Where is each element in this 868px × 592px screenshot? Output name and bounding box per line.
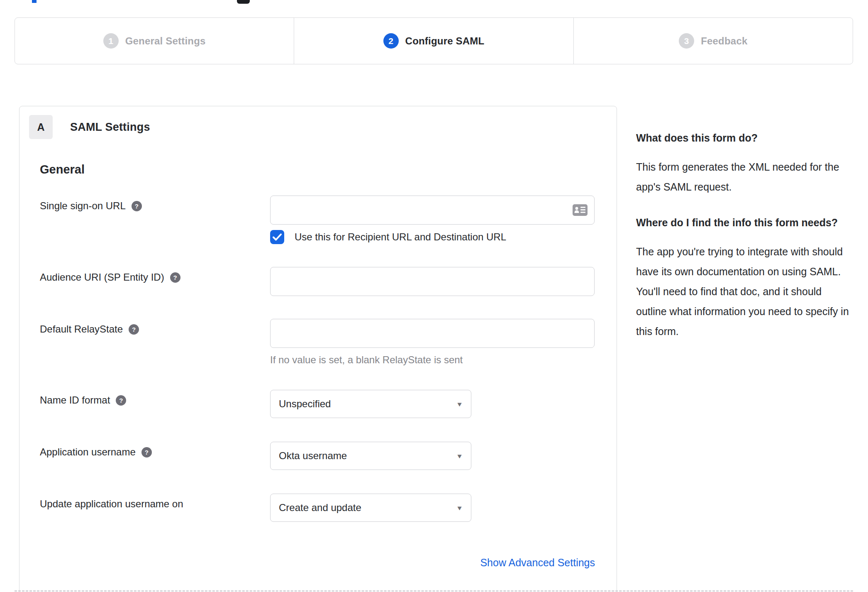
audience-uri-help-icon[interactable]: ? bbox=[170, 272, 180, 283]
name-id-format-select[interactable]: Unspecified ▼ bbox=[270, 390, 471, 418]
relay-state-input[interactable] bbox=[270, 319, 595, 348]
application-username-select[interactable]: Okta username ▼ bbox=[270, 442, 471, 470]
update-username-row: Update application username on Create an… bbox=[40, 494, 617, 522]
sidebar-body-where: The app you're trying to integrate with … bbox=[636, 242, 851, 341]
sso-url-label: Single sign-on URL bbox=[40, 200, 126, 212]
chevron-down-icon: ▼ bbox=[456, 504, 463, 511]
step-2-number-badge: 2 bbox=[383, 33, 399, 49]
advanced-settings-row: Show Advanced Settings bbox=[20, 557, 617, 569]
relay-state-help-icon[interactable]: ? bbox=[129, 324, 139, 335]
recipient-url-checkbox-row: Use this for Recipient URL and Destinati… bbox=[270, 230, 595, 244]
check-icon bbox=[273, 233, 282, 241]
contact-card-icon[interactable] bbox=[573, 204, 588, 218]
step-3-number-badge: 3 bbox=[679, 33, 694, 49]
step-3-label: Feedback bbox=[701, 35, 747, 47]
audience-uri-input[interactable] bbox=[270, 267, 595, 296]
recipient-url-checkbox-label: Use this for Recipient URL and Destinati… bbox=[295, 231, 506, 243]
step-1-number-badge: 1 bbox=[103, 33, 119, 49]
show-advanced-settings-link[interactable]: Show Advanced Settings bbox=[480, 557, 595, 568]
cropped-header-black-icon bbox=[237, 0, 250, 4]
application-username-row: Application username ? Okta username ▼ bbox=[40, 442, 617, 470]
saml-settings-panel: A SAML Settings General Single sign-on U… bbox=[19, 106, 617, 592]
name-id-format-row: Name ID format ? Unspecified ▼ bbox=[40, 390, 617, 418]
application-username-value: Okta username bbox=[279, 450, 347, 462]
recipient-url-checkbox[interactable] bbox=[270, 230, 284, 244]
relay-state-hint: If no value is set, a blank RelayState i… bbox=[270, 354, 595, 366]
step-configure-saml[interactable]: 2 Configure SAML bbox=[294, 18, 573, 64]
panel-header: A SAML Settings bbox=[29, 115, 617, 139]
step-1-label: General Settings bbox=[125, 35, 206, 47]
sidebar-body-what: This form generates the XML needed for t… bbox=[636, 157, 851, 197]
step-general-settings[interactable]: 1 General Settings bbox=[15, 18, 294, 64]
name-id-format-help-icon[interactable]: ? bbox=[116, 395, 126, 406]
help-sidebar: What does this form do? This form genera… bbox=[636, 106, 851, 358]
name-id-format-label: Name ID format bbox=[40, 394, 110, 406]
name-id-format-value: Unspecified bbox=[279, 398, 331, 410]
sidebar-heading-where: Where do I find the info this form needs… bbox=[636, 213, 851, 232]
chevron-down-icon: ▼ bbox=[456, 401, 463, 408]
audience-uri-label: Audience URI (SP Entity ID) bbox=[40, 271, 164, 284]
sso-url-help-icon[interactable]: ? bbox=[132, 201, 142, 211]
sidebar-heading-what: What does this form do? bbox=[636, 129, 851, 147]
application-username-help-icon[interactable]: ? bbox=[141, 447, 152, 457]
sso-url-input[interactable] bbox=[270, 196, 595, 225]
relay-state-row: Default RelayState ? If no value is set,… bbox=[40, 319, 617, 366]
section-a-badge: A bbox=[29, 115, 53, 139]
wizard-stepper: 1 General Settings 2 Configure SAML 3 Fe… bbox=[15, 17, 853, 64]
update-username-select[interactable]: Create and update ▼ bbox=[270, 494, 471, 522]
audience-uri-row: Audience URI (SP Entity ID) ? bbox=[40, 267, 617, 296]
update-username-label: Update application username on bbox=[40, 498, 183, 510]
update-username-value: Create and update bbox=[279, 502, 361, 514]
cropped-bottom-divider bbox=[15, 590, 853, 592]
chevron-down-icon: ▼ bbox=[456, 453, 463, 460]
step-2-label: Configure SAML bbox=[405, 35, 485, 47]
general-section-heading: General bbox=[40, 163, 617, 176]
step-feedback[interactable]: 3 Feedback bbox=[573, 18, 853, 64]
cropped-header-blue-icon bbox=[32, 0, 37, 3]
sso-url-row: Single sign-on URL ? bbox=[40, 196, 617, 244]
relay-state-label: Default RelayState bbox=[40, 323, 123, 335]
panel-title: SAML Settings bbox=[70, 121, 150, 134]
application-username-label: Application username bbox=[40, 446, 136, 458]
